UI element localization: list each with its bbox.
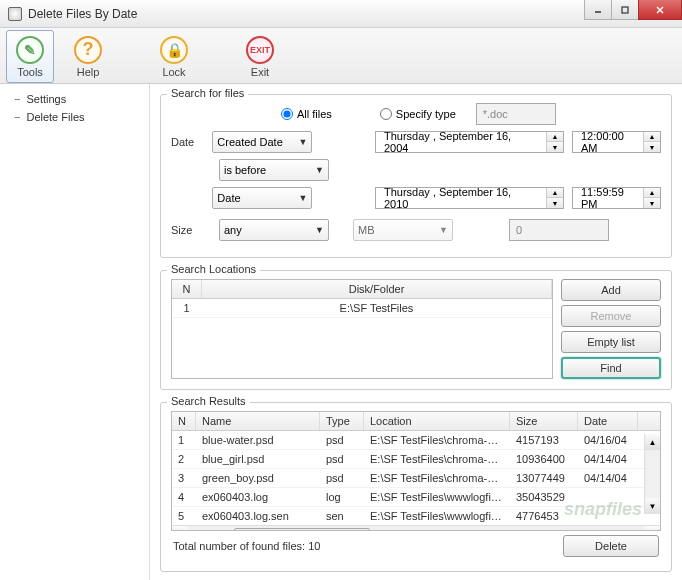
empty-list-button[interactable]: Empty list (561, 331, 661, 353)
titlebar: Delete Files By Date (0, 0, 682, 28)
spin-down-icon[interactable]: ▼ (547, 142, 563, 152)
locations-table: N Disk/Folder 1E:\SF TestFiles (171, 279, 553, 379)
size-label: Size (171, 224, 211, 236)
size-value-input[interactable] (509, 219, 609, 241)
remove-button[interactable]: Remove (561, 305, 661, 327)
help-icon: ? (74, 36, 102, 64)
time-from-field[interactable]: 12:00:00 AM ▲▼ (572, 131, 661, 153)
window-title: Delete Files By Date (28, 7, 585, 21)
find-button[interactable]: Find (561, 357, 661, 379)
chevron-down-icon: ▼ (315, 225, 324, 235)
table-row[interactable]: 2blue_girl.psdpsdE:\SF TestFiles\chroma-… (172, 450, 660, 469)
search-label: Search for files (167, 87, 248, 99)
spin-up-icon[interactable]: ▲ (547, 132, 563, 142)
col-n[interactable]: N (172, 280, 202, 298)
delete-button[interactable]: Delete (563, 535, 659, 557)
date-mode-select[interactable]: Date ▼ (212, 187, 312, 209)
table-row[interactable]: 4ex060403.loglogE:\SF TestFiles\wwwlogfi… (172, 488, 660, 507)
scrollbar-horizontal[interactable]: ◄ ► (172, 525, 660, 531)
type-input[interactable] (476, 103, 556, 125)
chevron-down-icon: ▼ (298, 193, 307, 203)
date-label: Date (171, 136, 204, 148)
lock-button[interactable]: 🔒 Lock (150, 30, 198, 83)
col-location[interactable]: Location (364, 412, 510, 430)
locations-group: Search Locations N Disk/Folder 1E:\SF Te… (160, 270, 672, 390)
add-button[interactable]: Add (561, 279, 661, 301)
chevron-down-icon: ▼ (439, 225, 448, 235)
table-row[interactable]: 1E:\SF TestFiles (172, 299, 552, 318)
size-unit-select[interactable]: MB ▼ (353, 219, 453, 241)
chevron-down-icon: ▼ (315, 165, 324, 175)
search-group: Search for files All files Specify type … (160, 94, 672, 258)
minimize-button[interactable] (584, 0, 612, 20)
table-row[interactable]: 5ex060403.log.sensenE:\SF TestFiles\wwwl… (172, 507, 660, 525)
exit-icon: EXIT (246, 36, 274, 64)
results-table: N Name Type Location Size Date 1blue-wat… (171, 411, 661, 531)
col-n[interactable]: N (172, 412, 196, 430)
col-date[interactable]: Date (578, 412, 638, 430)
results-group: Search Results N Name Type Location Size… (160, 402, 672, 572)
scroll-down-icon[interactable]: ▼ (645, 498, 660, 514)
date-op-select[interactable]: is before ▼ (219, 159, 329, 181)
chevron-down-icon: ▼ (298, 137, 307, 147)
col-name[interactable]: Name (196, 412, 320, 430)
results-count: Total number of found files: 10 (173, 540, 320, 552)
size-mode-select[interactable]: any ▼ (219, 219, 329, 241)
app-icon (8, 7, 22, 21)
tools-button[interactable]: ✎ Tools (6, 30, 54, 83)
scroll-right-icon[interactable]: ► (644, 526, 660, 531)
results-label: Search Results (167, 395, 250, 407)
radio-all-files[interactable]: All files (281, 108, 332, 120)
radio-specify-type[interactable]: Specify type (380, 108, 456, 120)
table-row[interactable]: 1blue-water.psdpsdE:\SF TestFiles\chroma… (172, 431, 660, 450)
scroll-up-icon[interactable]: ▲ (645, 434, 660, 450)
close-button[interactable] (638, 0, 682, 20)
maximize-button[interactable] (611, 0, 639, 20)
sidebar-item-delete-files[interactable]: Delete Files (0, 108, 149, 126)
svg-rect-1 (622, 7, 628, 13)
scroll-left-icon[interactable]: ◄ (172, 526, 188, 531)
toolbar: ✎ Tools ? Help 🔒 Lock EXIT Exit (0, 28, 682, 84)
col-type[interactable]: Type (320, 412, 364, 430)
help-button[interactable]: ? Help (64, 30, 112, 83)
time-to-field[interactable]: 11:59:59 PM ▲▼ (572, 187, 661, 209)
locations-label: Search Locations (167, 263, 260, 275)
lock-icon: 🔒 (160, 36, 188, 64)
date-to-field[interactable]: Thursday , September 16, 2010 ▲▼ (375, 187, 564, 209)
col-path[interactable]: Disk/Folder (202, 280, 552, 298)
sidebar-item-settings[interactable]: Settings (0, 90, 149, 108)
col-size[interactable]: Size (510, 412, 578, 430)
scrollbar-vertical[interactable]: ▲ ▼ (644, 434, 660, 514)
date-field-select[interactable]: Created Date ▼ (212, 131, 312, 153)
table-row[interactable]: 3green_boy.psdpsdE:\SF TestFiles\chroma-… (172, 469, 660, 488)
pencil-icon: ✎ (16, 36, 44, 64)
date-from-field[interactable]: Thursday , September 16, 2004 ▲▼ (375, 131, 564, 153)
exit-button[interactable]: EXIT Exit (236, 30, 284, 83)
sidebar: Settings Delete Files (0, 84, 150, 580)
